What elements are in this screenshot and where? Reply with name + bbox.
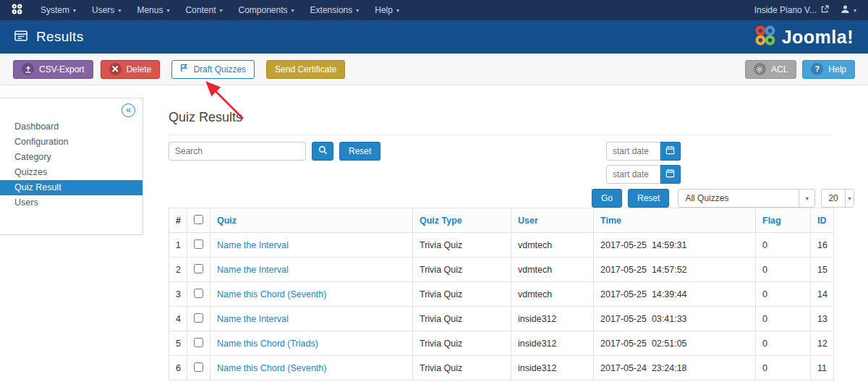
quiz-type-cell: Trivia Quiz bbox=[413, 282, 511, 307]
page-title: Quiz Results bbox=[169, 110, 242, 125]
start-date-input-2[interactable] bbox=[606, 165, 660, 184]
quiz-type-cell: Trivia Quiz bbox=[413, 307, 511, 331]
start-date-input-1[interactable] bbox=[606, 142, 660, 161]
sidebar-item-label: Quizzes bbox=[14, 167, 47, 177]
menu-help[interactable]: Help▾ bbox=[367, 0, 407, 20]
delete-button[interactable]: ✕ Delete bbox=[101, 60, 161, 79]
id-cell: 12 bbox=[811, 331, 834, 356]
delete-label: Delete bbox=[127, 64, 152, 75]
quiz-filter-select[interactable]: All Quizzes ▾ bbox=[678, 189, 815, 208]
chevron-down-icon[interactable]: ▾ bbox=[845, 190, 854, 207]
send-certificate-label: Send Certificate bbox=[275, 64, 336, 75]
sidebar-item-label: Configuration bbox=[14, 137, 68, 147]
row-checkbox[interactable] bbox=[194, 362, 203, 372]
menu-menus[interactable]: Menus▾ bbox=[129, 0, 177, 20]
chevron-down-icon[interactable]: ▾ bbox=[799, 190, 814, 207]
quiz-filter-value: All Quizzes bbox=[678, 193, 799, 203]
chevron-down-icon: ▾ bbox=[854, 7, 856, 14]
header-quiz-type[interactable]: Quiz Type bbox=[413, 208, 511, 233]
joomla-logo-icon bbox=[754, 25, 776, 49]
go-button[interactable]: Go bbox=[592, 189, 622, 208]
row-checkbox[interactable] bbox=[194, 338, 203, 347]
sidebar-item-configuration[interactable]: Configuration bbox=[0, 135, 142, 150]
send-certificate-button[interactable]: Send Certificate bbox=[266, 60, 345, 79]
header-id[interactable]: ID bbox=[811, 208, 834, 233]
row-checkbox[interactable] bbox=[194, 239, 203, 249]
row-number-cell: 3 bbox=[169, 282, 187, 307]
menu-label: Users bbox=[92, 5, 114, 15]
sidebar-item-dashboard[interactable]: Dashboard bbox=[0, 119, 142, 135]
header-time[interactable]: Time bbox=[594, 208, 756, 233]
header-flag[interactable]: Flag bbox=[756, 208, 811, 233]
calendar-button-2[interactable] bbox=[660, 165, 681, 184]
sidebar-item-quizzes[interactable]: Quizzes bbox=[0, 165, 142, 180]
draft-quizzes-button[interactable]: Draft Quizzes bbox=[171, 60, 255, 79]
sidebar-item-label: Dashboard bbox=[14, 122, 59, 132]
help-icon: ? bbox=[811, 63, 823, 75]
flag-cell: 0 bbox=[756, 356, 811, 380]
quiz-link[interactable]: Name this Chord (Seventh) bbox=[217, 363, 326, 373]
sidebar-collapse-button[interactable]: « bbox=[122, 103, 135, 117]
sidebar-item-quiz-result[interactable]: Quiz Result bbox=[0, 180, 142, 195]
row-check-cell bbox=[187, 356, 210, 380]
date-reset-button[interactable]: Reset bbox=[628, 189, 669, 208]
menu-content[interactable]: Content▾ bbox=[177, 0, 230, 20]
draft-quizzes-label: Draft Quizzes bbox=[193, 64, 246, 75]
quiz-link[interactable]: Name this Chord (Seventh) bbox=[217, 289, 326, 299]
row-number-cell: 4 bbox=[169, 307, 187, 331]
row-checkbox[interactable] bbox=[194, 264, 203, 273]
results-table-body: 1 Name the Interval Trivia Quiz vdmtech … bbox=[169, 233, 834, 380]
row-number-cell: 5 bbox=[169, 331, 187, 356]
acl-button[interactable]: ACL bbox=[745, 60, 796, 79]
search-reset-button[interactable]: Reset bbox=[339, 142, 380, 161]
flag-cell: 0 bbox=[756, 331, 811, 356]
topnav-right: Inside Piano V... ▾ bbox=[754, 4, 868, 16]
quiz-cell: Name this Chord (Seventh) bbox=[210, 282, 413, 307]
user-menu-button[interactable]: ▾ bbox=[841, 4, 856, 16]
row-checkbox[interactable] bbox=[194, 289, 203, 298]
menu-label: Extensions bbox=[310, 5, 353, 15]
user-cell: inside312 bbox=[511, 356, 594, 380]
joomla-home-button[interactable] bbox=[0, 4, 33, 17]
header-user[interactable]: User bbox=[511, 208, 594, 233]
header-num: # bbox=[169, 208, 187, 233]
joomla-brand: Joomla! bbox=[754, 25, 854, 49]
help-button[interactable]: ? Help bbox=[802, 60, 855, 79]
sidebar-item-category[interactable]: Category bbox=[0, 150, 142, 165]
header-quiz[interactable]: Quiz bbox=[210, 208, 413, 233]
chevron-down-icon: ▾ bbox=[292, 7, 294, 14]
sidebar-item-label: Quiz Result bbox=[14, 182, 61, 192]
quiz-link[interactable]: Name the Interval bbox=[217, 314, 289, 324]
view-site-link[interactable]: Inside Piano V... bbox=[754, 5, 829, 15]
search-button[interactable] bbox=[312, 142, 333, 161]
site-name-label: Inside Piano V... bbox=[754, 5, 817, 15]
toolbar: CSV-Export ✕ Delete Draft Quizzes Send C… bbox=[0, 54, 868, 85]
row-checkbox[interactable] bbox=[194, 313, 203, 323]
page-header-title: Results bbox=[36, 29, 83, 45]
close-icon: ✕ bbox=[109, 63, 122, 75]
sidebar-item-users[interactable]: Users bbox=[0, 195, 142, 210]
header-row: # Quiz Quiz Type User Time Flag ID bbox=[169, 208, 834, 233]
menu-extensions[interactable]: Extensions▾ bbox=[302, 0, 367, 20]
calendar-button-1[interactable] bbox=[660, 142, 681, 161]
row-number-cell: 2 bbox=[169, 258, 187, 282]
reset-label: Reset bbox=[349, 146, 371, 156]
csv-export-button[interactable]: CSV-Export bbox=[13, 60, 93, 79]
quiz-link[interactable]: Name the Interval bbox=[217, 265, 289, 275]
menu-system[interactable]: System▾ bbox=[33, 0, 84, 20]
menu-users[interactable]: Users▾ bbox=[84, 0, 129, 20]
search-input[interactable] bbox=[169, 142, 306, 161]
time-cell: 2017-05-25 14:39:44 bbox=[594, 282, 756, 307]
time-cell: 2017-05-25 02:51:05 bbox=[594, 331, 756, 356]
menu-components[interactable]: Components▾ bbox=[230, 0, 302, 20]
quiz-link[interactable]: Name the Interval bbox=[217, 240, 289, 250]
select-all-checkbox[interactable] bbox=[194, 215, 203, 224]
row-check-cell bbox=[187, 307, 210, 331]
quiz-link[interactable]: Name this Chord (Triads) bbox=[217, 339, 318, 349]
table-row: 5 Name this Chord (Triads) Trivia Quiz i… bbox=[169, 331, 834, 356]
quiz-cell: Name the Interval bbox=[210, 233, 413, 258]
table-row: 4 Name the Interval Trivia Quiz inside31… bbox=[169, 307, 834, 331]
list-limit-select[interactable]: 20 ▾ bbox=[821, 189, 854, 208]
sidebar-menu: Dashboard Configuration Category Quizzes… bbox=[0, 119, 142, 210]
chevron-down-icon: ▾ bbox=[356, 7, 359, 14]
